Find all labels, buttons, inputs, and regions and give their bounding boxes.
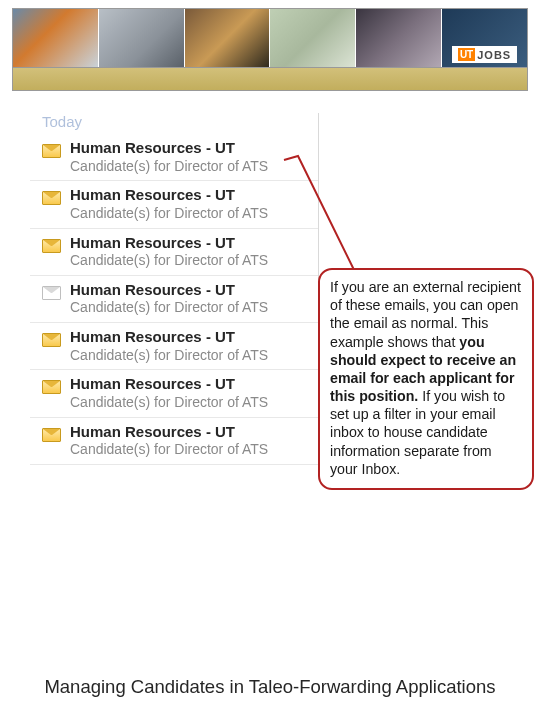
mail-from: Human Resources - UT [70,282,268,299]
header-banner: UT JOBS [12,8,528,68]
logo-ut-badge: UT [458,48,475,61]
mail-row[interactable]: Human Resources - UT Candidate(s) for Di… [30,370,318,417]
callout-text-1: If you are an external recipient of thes… [330,279,521,350]
mail-from: Human Resources - UT [70,140,268,157]
mail-subject: Candidate(s) for Director of ATS [70,205,268,222]
inbox-day-label: Today [30,113,318,134]
mail-subject: Candidate(s) for Director of ATS [70,394,268,411]
mail-from: Human Resources - UT [70,376,268,393]
callout-pointer-line [240,148,380,288]
envelope-icon [42,239,61,253]
envelope-icon [42,191,61,205]
mail-subject: Candidate(s) for Director of ATS [70,252,268,269]
mail-subject: Candidate(s) for Director of ATS [70,158,268,175]
mail-row[interactable]: Human Resources - UT Candidate(s) for Di… [30,418,318,465]
mail-subject: Candidate(s) for Director of ATS [70,441,268,458]
envelope-icon [42,144,61,158]
banner-photo [13,9,98,67]
banner-photo [98,9,184,67]
page-title: Managing Candidates in Taleo-Forwarding … [0,676,540,698]
envelope-icon [42,380,61,394]
mail-from: Human Resources - UT [70,235,268,252]
mail-subject: Candidate(s) for Director of ATS [70,299,268,316]
mail-from: Human Resources - UT [70,424,268,441]
envelope-icon [42,333,61,347]
mail-row[interactable]: Human Resources - UT Candidate(s) for Di… [30,323,318,370]
explanation-callout: If you are an external recipient of thes… [318,268,534,490]
banner-logo-cell: UT JOBS [441,9,527,67]
banner-photo [184,9,270,67]
mail-from: Human Resources - UT [70,329,268,346]
banner-gold-bar [12,68,528,91]
envelope-open-icon [42,286,61,300]
banner-photo [269,9,355,67]
banner-photo [355,9,441,67]
mail-from: Human Resources - UT [70,187,268,204]
envelope-icon [42,428,61,442]
ut-jobs-logo: UT JOBS [452,46,517,63]
mail-subject: Candidate(s) for Director of ATS [70,347,268,364]
logo-jobs-text: JOBS [477,49,511,61]
